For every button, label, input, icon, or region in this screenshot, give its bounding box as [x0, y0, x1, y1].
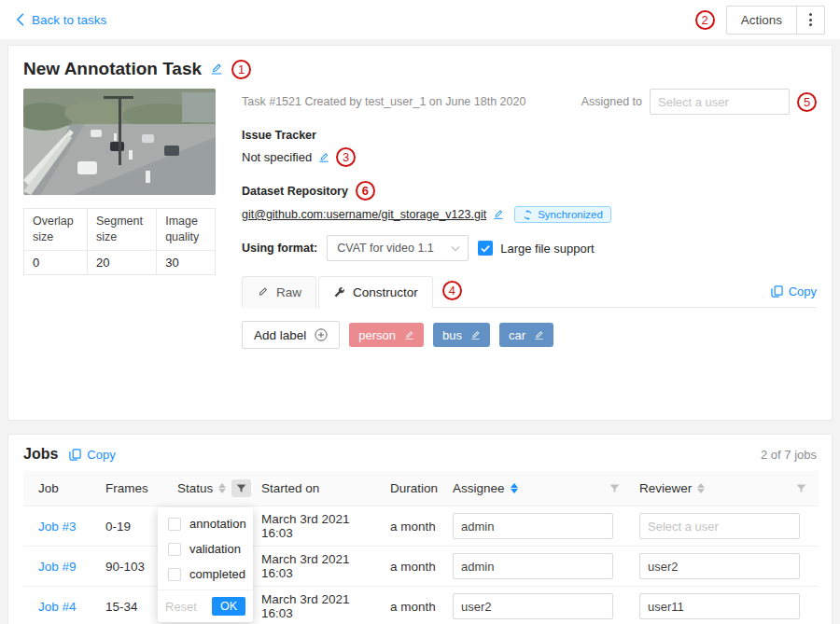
annotation-1: 1: [231, 60, 251, 79]
filter-option-label: validation: [189, 542, 241, 556]
large-file-checkbox[interactable]: [478, 241, 493, 256]
job-frames: 90-103: [105, 560, 145, 574]
job-reviewer-input[interactable]: [639, 553, 800, 579]
filter-option-annotation[interactable]: annotation: [158, 511, 253, 536]
issue-tracker-section: Issue Tracker: [242, 129, 817, 142]
sync-status-label: Synchronized: [538, 209, 603, 220]
edit-label-icon[interactable]: [470, 330, 481, 340]
dataset-repository-url[interactable]: git@github.com:username/git_storage_v123…: [242, 208, 486, 221]
sort-assignee-icon[interactable]: [511, 483, 518, 493]
dataset-repository-section: Dataset Repository 6: [242, 181, 817, 201]
chevron-down-icon: [451, 245, 460, 252]
job-reviewer-input[interactable]: [639, 593, 800, 619]
jobs-table-header: Job Frames Status Started on: [23, 471, 819, 506]
chevron-left-icon: [15, 13, 25, 26]
label-tag-person[interactable]: person: [349, 323, 424, 347]
jobs-table: Job Frames Status Started on: [23, 471, 819, 624]
jobs-title: Jobs: [23, 446, 58, 463]
sync-icon: [523, 210, 533, 220]
job-link[interactable]: Job #3: [38, 520, 77, 534]
param-value-quality: 30: [157, 250, 216, 274]
actions-label: Actions: [727, 7, 796, 34]
col-frames: Frames: [105, 481, 148, 495]
copy-jobs-button[interactable]: Copy: [69, 448, 115, 462]
job-started: March 3rd 2021 16:03: [261, 552, 350, 580]
more-menu-icon[interactable]: [796, 7, 824, 34]
edit-issue-tracker-icon[interactable]: [318, 152, 329, 163]
job-assignee-input[interactable]: [453, 513, 613, 539]
add-label-button[interactable]: Add label: [242, 321, 340, 349]
job-row: Job #4 15-34 March 3rd 2021 16:03 a mont…: [23, 587, 819, 624]
task-title: New Annotation Task: [23, 59, 202, 79]
copy-icon: [771, 285, 783, 298]
filter-checkbox[interactable]: [168, 543, 181, 556]
label-tag-bus[interactable]: bus: [433, 323, 490, 347]
tab-constructor[interactable]: Constructor: [318, 276, 433, 308]
filter-option-validation[interactable]: validation: [158, 536, 253, 562]
task-parameters-table: Overlap size Segment size Image quality …: [23, 208, 216, 275]
pencil-icon: [257, 286, 269, 298]
col-job: Job: [38, 481, 59, 495]
annotation-2: 2: [695, 10, 715, 30]
job-frames: 0-19: [105, 520, 131, 534]
format-select[interactable]: CVAT for video 1.1: [327, 235, 469, 261]
dataset-repository-label: Dataset Repository: [242, 185, 348, 198]
using-format-label: Using format:: [242, 242, 317, 255]
add-label-text: Add label: [254, 328, 306, 342]
job-link[interactable]: Job #4: [38, 600, 77, 614]
filter-option-label: annotation: [189, 517, 246, 531]
jobs-card: Jobs Copy 2 of 7 jobs Job Frames Status: [7, 434, 833, 624]
filter-status-icon[interactable]: [231, 479, 251, 497]
filter-option-completed[interactable]: completed: [158, 562, 253, 587]
assigned-to-label: Assigned to: [581, 95, 642, 108]
job-duration: a month: [390, 600, 436, 614]
plus-circle-icon: [315, 328, 328, 341]
col-reviewer: Reviewer: [639, 481, 692, 495]
edit-label-icon[interactable]: [534, 330, 544, 340]
edit-repository-icon[interactable]: [493, 209, 504, 220]
filter-assignee-icon[interactable]: [605, 479, 624, 497]
job-row: Job #3 0-19 March 3rd 2021 16:03 a month: [23, 506, 819, 547]
issue-tracker-value: Not specified: [242, 150, 312, 164]
param-header-segment: Segment size: [87, 209, 156, 251]
param-header-overlap: Overlap size: [24, 209, 88, 251]
job-frames: 15-34: [105, 600, 138, 614]
label-tag-car[interactable]: car: [499, 323, 553, 347]
tab-constructor-label: Constructor: [353, 285, 418, 299]
label-tag-bus-name: bus: [442, 328, 462, 342]
param-value-segment: 20: [87, 250, 156, 274]
tab-raw-label: Raw: [276, 285, 301, 299]
job-started: March 3rd 2021 16:03: [261, 592, 350, 620]
col-status: Status: [177, 481, 213, 495]
tab-raw[interactable]: Raw: [242, 276, 316, 308]
job-assignee-input[interactable]: [453, 553, 613, 579]
issue-tracker-label: Issue Tracker: [242, 129, 316, 142]
filter-reviewer-icon[interactable]: [791, 479, 811, 497]
status-filter-dropdown: annotation validation completed Reset OK: [158, 507, 253, 622]
filter-checkbox[interactable]: [168, 568, 181, 581]
job-assignee-input[interactable]: [453, 593, 613, 619]
col-assignee: Assignee: [453, 481, 505, 495]
param-value-overlap: 0: [24, 250, 88, 274]
task-meta-text: Task #1521 Created by test_user_1 on Jun…: [242, 95, 525, 108]
back-to-tasks-link[interactable]: Back to tasks: [15, 13, 106, 27]
job-reviewer-input[interactable]: [639, 513, 800, 539]
job-link[interactable]: Job #9: [38, 560, 77, 574]
filter-reset-button[interactable]: Reset: [165, 600, 197, 614]
label-tag-person-name: person: [358, 328, 396, 342]
copy-icon: [69, 449, 81, 461]
filter-option-label: completed: [189, 567, 245, 581]
param-header-quality: Image quality: [157, 209, 216, 251]
edit-title-icon[interactable]: [210, 62, 223, 76]
sort-status-icon[interactable]: [218, 483, 226, 493]
large-file-label: Large file support: [500, 242, 594, 256]
job-duration: a month: [390, 520, 436, 534]
actions-button[interactable]: Actions: [726, 6, 825, 35]
annotation-5: 5: [797, 92, 817, 112]
edit-label-icon[interactable]: [404, 330, 414, 340]
sort-reviewer-icon[interactable]: [697, 483, 705, 493]
filter-ok-button[interactable]: OK: [212, 597, 245, 616]
copy-labels-button[interactable]: Copy: [771, 284, 817, 298]
task-assignee-input[interactable]: [650, 89, 790, 115]
filter-checkbox[interactable]: [168, 518, 181, 531]
